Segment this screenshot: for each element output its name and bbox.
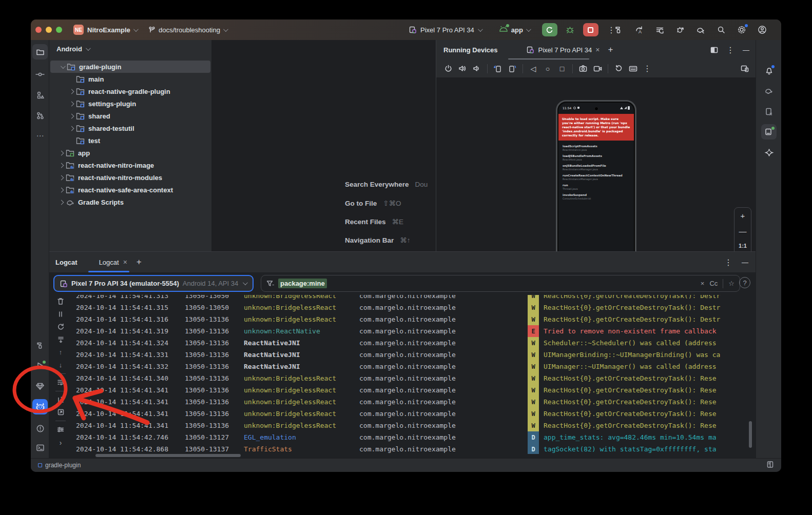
profile-actions-button[interactable]: A bbox=[630, 22, 648, 37]
minimize-window-button[interactable] bbox=[46, 27, 52, 33]
volume-down-button[interactable] bbox=[470, 62, 484, 75]
settings-button[interactable] bbox=[733, 22, 750, 37]
log-row[interactable]: 2024-10-14 11:54:41.34113050-13136unknow… bbox=[49, 408, 752, 420]
gradle-tool-button[interactable] bbox=[761, 83, 777, 98]
more-tool-windows-button[interactable]: ⋯ bbox=[32, 128, 48, 144]
run-configuration-selector[interactable]: app bbox=[499, 26, 530, 34]
account-button[interactable] bbox=[753, 22, 771, 37]
project-selector[interactable]: NitroExample bbox=[87, 19, 137, 40]
build-button[interactable] bbox=[610, 22, 627, 37]
pull-requests-tool-button[interactable] bbox=[32, 108, 48, 123]
search-icon[interactable] bbox=[712, 22, 730, 37]
profiler-button[interactable] bbox=[671, 22, 689, 37]
tree-item-test[interactable]: test bbox=[49, 134, 211, 147]
zoom-in-button[interactable]: + bbox=[741, 211, 745, 220]
horizontal-scrollbar[interactable] bbox=[95, 454, 241, 457]
log-row[interactable]: 2024-10-14 11:54:41.34113050-13136unknow… bbox=[49, 396, 752, 408]
snapshot-button[interactable] bbox=[612, 62, 625, 75]
logcat-log-list[interactable]: 2024-10-14 11:54:41.31313050-13050unknow… bbox=[49, 295, 752, 454]
build-tool-button[interactable] bbox=[32, 338, 48, 353]
vertical-scrollbar[interactable] bbox=[749, 421, 752, 448]
log-row[interactable]: 2024-10-14 11:54:41.31513050-13050unknow… bbox=[49, 302, 752, 313]
mirror-device-icon[interactable] bbox=[738, 62, 751, 75]
log-row[interactable]: 2024-10-14 11:54:42.74613050-13127EGL_em… bbox=[49, 431, 752, 443]
tree-item-gradle-plugin[interactable]: gradle-plugin bbox=[50, 61, 210, 73]
chevron-right-icon[interactable] bbox=[59, 150, 64, 155]
log-row[interactable]: 2024-10-14 11:54:42.86813050-13137Traffi… bbox=[49, 443, 752, 454]
gemini-assistant-tool-button[interactable] bbox=[761, 145, 777, 160]
logcat-device-selector[interactable]: Pixel 7 Pro API 34 (emulator-5554) Andro… bbox=[53, 275, 254, 292]
log-row[interactable]: 2024-10-14 11:54:41.31913050-13136unknow… bbox=[49, 325, 752, 337]
emulator-screen[interactable]: 11:54 Unable to load script. Make sure y… bbox=[558, 103, 634, 267]
chevron-right-icon[interactable] bbox=[59, 175, 64, 180]
hide-panel-icon[interactable]: — bbox=[743, 46, 749, 54]
home-button[interactable]: ○ bbox=[541, 62, 554, 75]
volume-up-button[interactable] bbox=[456, 62, 469, 75]
debug-button[interactable] bbox=[562, 22, 579, 37]
record-screen-button[interactable] bbox=[591, 62, 604, 75]
hide-logcat-icon[interactable]: — bbox=[742, 259, 748, 266]
rerun-button[interactable] bbox=[542, 23, 557, 36]
commit-tool-button[interactable] bbox=[32, 67, 48, 82]
favorite-filter-icon[interactable]: ☆ bbox=[728, 280, 734, 287]
split-view-icon[interactable] bbox=[710, 46, 718, 54]
device-toolbar-options-button[interactable]: ⋮ bbox=[641, 62, 654, 75]
zoom-reset-button[interactable]: 1:1 bbox=[739, 243, 747, 249]
run-tool-button[interactable] bbox=[32, 358, 48, 373]
log-row[interactable]: 2024-10-14 11:54:41.33113050-13136ReactN… bbox=[49, 349, 752, 361]
chevron-right-icon[interactable] bbox=[69, 89, 74, 94]
close-window-button[interactable] bbox=[35, 27, 42, 33]
log-row[interactable]: 2024-10-14 11:54:41.31313050-13050unknow… bbox=[49, 295, 752, 302]
log-row[interactable]: 2024-10-14 11:54:41.34113050-13136unknow… bbox=[49, 420, 752, 431]
tree-item-gradle-scripts[interactable]: Gradle Scripts bbox=[49, 196, 211, 208]
chevron-right-icon[interactable] bbox=[69, 101, 74, 106]
terminal-tool-button[interactable] bbox=[32, 440, 48, 455]
device-selector[interactable]: Pixel 7 Pro API 34 bbox=[409, 26, 481, 34]
resource-manager-tool-button[interactable] bbox=[32, 87, 48, 103]
tree-item-shared[interactable]: shared bbox=[49, 110, 211, 122]
close-tab-icon[interactable]: × bbox=[123, 258, 127, 266]
tree-item-react-native-nitro-image[interactable]: react-native-nitro-image bbox=[49, 159, 211, 171]
tree-item-shared-testutil[interactable]: shared-testutil bbox=[49, 122, 211, 134]
log-row[interactable]: 2024-10-14 11:54:41.31613050-13136unknow… bbox=[49, 313, 752, 325]
running-devices-tool-button[interactable] bbox=[761, 124, 777, 140]
close-tab-icon[interactable]: × bbox=[595, 46, 600, 54]
logcat-options-icon[interactable]: ⋮ bbox=[724, 258, 732, 267]
match-case-toggle[interactable]: Cc bbox=[709, 280, 718, 287]
todo-list-button[interactable] bbox=[651, 22, 668, 37]
chevron-right-icon[interactable] bbox=[59, 187, 64, 192]
device-manager-tool-button[interactable] bbox=[761, 104, 777, 119]
chevron-down-icon[interactable] bbox=[60, 64, 65, 69]
app-quality-insights-tool-button[interactable] bbox=[32, 379, 48, 394]
new-device-tab-button[interactable]: + bbox=[608, 45, 613, 55]
log-row[interactable]: 2024-10-14 11:54:41.32413050-13136ReactN… bbox=[49, 337, 752, 349]
chevron-right-icon[interactable] bbox=[69, 126, 74, 131]
emulator-device[interactable]: 11:54 Unable to load script. Make sure y… bbox=[556, 100, 636, 269]
tree-item-app[interactable]: app bbox=[49, 147, 211, 159]
tree-item-react-native-safe-area-context[interactable]: react-native-safe-area-context bbox=[49, 184, 211, 196]
back-button[interactable]: ◁ bbox=[527, 62, 540, 75]
tree-item-react-native-gradle-plugin[interactable]: react-native-gradle-plugin bbox=[49, 85, 211, 97]
new-logcat-tab-button[interactable]: + bbox=[137, 257, 142, 267]
log-row[interactable]: 2024-10-14 11:54:41.33213050-13136ReactN… bbox=[49, 361, 752, 372]
tree-item-settings-plugin[interactable]: settings-plugin bbox=[49, 97, 211, 110]
project-tool-button[interactable] bbox=[32, 44, 48, 60]
notifications-button[interactable] bbox=[761, 63, 777, 78]
power-button[interactable] bbox=[441, 62, 455, 75]
running-devices-device-tab[interactable]: Pixel 7 Pro API 34 × bbox=[526, 46, 600, 54]
status-report-icon[interactable] bbox=[766, 461, 774, 470]
log-row[interactable]: 2024-10-14 11:54:41.34113050-13136unknow… bbox=[49, 384, 752, 396]
hardware-input-button[interactable] bbox=[626, 62, 640, 75]
problems-tool-button[interactable] bbox=[32, 421, 48, 436]
tree-item-main[interactable]: main bbox=[49, 73, 211, 85]
tree-item-react-native-nitro-modules[interactable]: react-native-nitro-modules bbox=[49, 171, 211, 184]
chevron-right-icon[interactable] bbox=[59, 163, 64, 168]
log-row[interactable]: 2024-10-14 11:54:41.34013050-13136unknow… bbox=[49, 372, 752, 384]
logcat-tab[interactable]: Logcat × bbox=[99, 258, 127, 266]
logcat-filter-input[interactable]: package:mine × Cc ☆ bbox=[261, 275, 740, 292]
chevron-right-icon[interactable] bbox=[69, 113, 74, 118]
stop-button[interactable] bbox=[583, 23, 598, 36]
gradle-sync-button[interactable] bbox=[692, 22, 709, 37]
panel-options-icon[interactable]: ⋮ bbox=[726, 45, 734, 55]
status-module[interactable]: gradle-plugin bbox=[38, 462, 81, 469]
